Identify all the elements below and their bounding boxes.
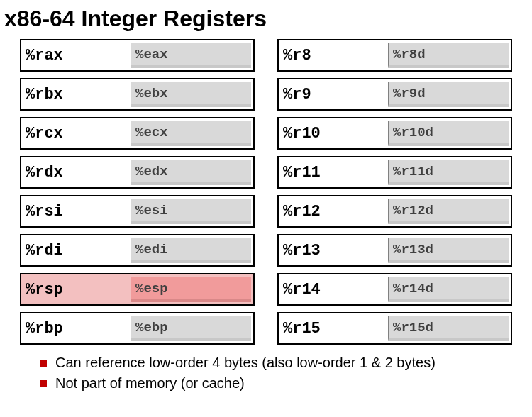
register-32bit: %esp (131, 277, 251, 302)
register-64bit: %r12 (279, 196, 388, 226)
register-64bit: %rbp (21, 313, 131, 343)
register-32bit: %r9d (388, 82, 509, 107)
bullet-list: Can reference low-order 4 bytes (also lo… (0, 345, 532, 391)
register-64bit: %r13 (279, 235, 388, 265)
register-row: %rbx%ebx (20, 78, 255, 111)
register-64bit: %rbx (21, 79, 131, 109)
register-64bit: %r8 (279, 40, 388, 70)
register-64bit: %rsi (21, 196, 131, 226)
register-32bit: %eax (131, 43, 251, 68)
register-32bit: %r11d (388, 160, 509, 185)
slide-title: x86-64 Integer Registers (0, 0, 532, 39)
register-64bit: %rdx (21, 157, 131, 187)
register-row: %rbp%ebp (20, 312, 255, 345)
register-32bit: %esi (131, 199, 251, 224)
register-row: %r10%r10d (277, 117, 512, 150)
register-row: %r11%r11d (277, 156, 512, 189)
register-64bit: %rsp (21, 274, 131, 304)
register-32bit: %ebp (131, 316, 251, 341)
register-row: %rax%eax (20, 39, 255, 72)
bullet-icon (40, 380, 47, 387)
register-row: %r15%r15d (277, 312, 512, 345)
register-64bit: %r9 (279, 79, 388, 109)
register-64bit: %r11 (279, 157, 388, 187)
register-row: %rdx%edx (20, 156, 255, 189)
register-32bit: %r10d (388, 121, 509, 146)
register-row: %rdi%edi (20, 234, 255, 267)
register-row: %rcx%ecx (20, 117, 255, 150)
register-32bit: %ebx (131, 82, 251, 107)
bullet-item: Can reference low-order 4 bytes (also lo… (40, 355, 532, 371)
register-columns: %rax%eax%rbx%ebx%rcx%ecx%rdx%edx%rsi%esi… (0, 39, 532, 345)
register-row: %r12%r12d (277, 195, 512, 228)
register-32bit: %r15d (388, 316, 509, 341)
register-row: %r8%r8d (277, 39, 512, 72)
bullet-text: Can reference low-order 4 bytes (also lo… (55, 355, 436, 371)
register-64bit: %rcx (21, 118, 131, 148)
register-64bit: %r14 (279, 274, 388, 304)
register-row: %r9%r9d (277, 78, 512, 111)
right-column: %r8%r8d%r9%r9d%r10%r10d%r11%r11d%r12%r12… (277, 39, 512, 345)
left-column: %rax%eax%rbx%ebx%rcx%ecx%rdx%edx%rsi%esi… (20, 39, 255, 345)
register-64bit: %r15 (279, 313, 388, 343)
register-32bit: %edi (131, 238, 251, 263)
register-32bit: %r12d (388, 199, 509, 224)
register-64bit: %rax (21, 40, 131, 70)
bullet-text: Not part of memory (or cache) (55, 375, 245, 391)
register-32bit: %r13d (388, 238, 509, 263)
bullet-icon (40, 360, 47, 367)
register-32bit: %edx (131, 160, 251, 185)
register-64bit: %rdi (21, 235, 131, 265)
register-row: %r13%r13d (277, 234, 512, 267)
register-32bit: %ecx (131, 121, 251, 146)
register-row: %r14%r14d (277, 273, 512, 306)
register-32bit: %r14d (388, 277, 509, 302)
register-row: %rsi%esi (20, 195, 255, 228)
bullet-item: Not part of memory (or cache) (40, 375, 532, 391)
register-row: %rsp%esp (20, 273, 255, 306)
register-64bit: %r10 (279, 118, 388, 148)
register-32bit: %r8d (388, 43, 509, 68)
